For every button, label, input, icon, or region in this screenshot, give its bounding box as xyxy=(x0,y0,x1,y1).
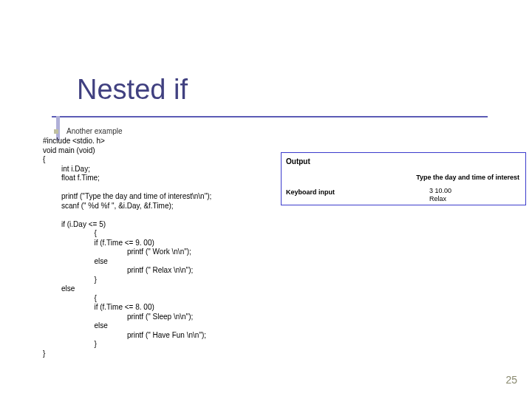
slide-title: Nested if xyxy=(77,74,188,106)
intro-text: Another example xyxy=(66,127,123,135)
keyboard-input-label: Keyboard input xyxy=(286,188,335,196)
output-prompt: Type the day and time of interest xyxy=(416,174,519,181)
page-number: 25 xyxy=(505,374,517,386)
keyboard-input-value: 3 10.00 Relax xyxy=(429,187,451,203)
title-underline xyxy=(52,116,488,117)
code-block: #include <stdio. h> void main (void) { i… xyxy=(43,137,211,358)
output-heading: Output xyxy=(286,157,310,166)
output-box: Output Type the day and time of interest… xyxy=(281,152,526,205)
bullet-icon xyxy=(54,129,58,134)
